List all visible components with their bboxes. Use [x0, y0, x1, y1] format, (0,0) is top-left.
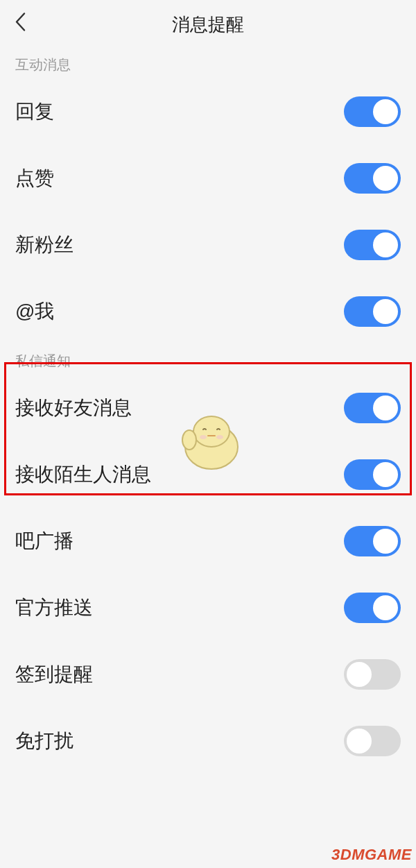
row-friend-msg: 接收好友消息 [0, 375, 416, 441]
toggle-reply[interactable] [344, 96, 401, 127]
row-like: 点赞 [0, 145, 416, 212]
section-header-dm: 私信通知 [0, 345, 416, 375]
row-reply: 回复 [0, 78, 416, 145]
row-stranger-msg: 接收陌生人消息 [0, 441, 416, 508]
toggle-checkin-reminder[interactable] [344, 659, 401, 690]
toggle-friend-msg[interactable] [344, 393, 401, 423]
section-header-interactive: 互动消息 [0, 49, 416, 78]
toggle-new-follower[interactable] [344, 230, 401, 260]
chevron-left-icon [14, 12, 26, 33]
page-title: 消息提醒 [172, 12, 244, 37]
row-label: 官方推送 [15, 595, 93, 621]
toggle-official-push[interactable] [344, 593, 401, 623]
row-at-me: @我 [0, 278, 416, 345]
row-broadcast: 吧广播 [0, 508, 416, 575]
row-label: 新粉丝 [15, 232, 73, 258]
back-button[interactable] [14, 12, 26, 37]
row-label: 接收好友消息 [15, 395, 132, 421]
toggle-dnd[interactable] [344, 726, 401, 756]
row-new-follower: 新粉丝 [0, 212, 416, 278]
row-label: 签到提醒 [15, 661, 93, 688]
toggle-at-me[interactable] [344, 296, 401, 327]
toggle-like[interactable] [344, 163, 401, 194]
row-label: 点赞 [15, 165, 54, 192]
toggle-broadcast[interactable] [344, 526, 401, 556]
watermark: 3DMGAME [331, 846, 412, 864]
header: 消息提醒 [0, 0, 416, 49]
row-dnd: 免打扰 [0, 708, 416, 774]
row-checkin-reminder: 签到提醒 [0, 641, 416, 708]
row-label: 吧广播 [15, 528, 73, 554]
row-label: 回复 [15, 99, 54, 125]
row-label: 免打扰 [15, 728, 73, 754]
row-official-push: 官方推送 [0, 575, 416, 641]
toggle-stranger-msg[interactable] [344, 459, 401, 490]
row-label: 接收陌生人消息 [15, 461, 151, 488]
row-label: @我 [15, 298, 54, 325]
